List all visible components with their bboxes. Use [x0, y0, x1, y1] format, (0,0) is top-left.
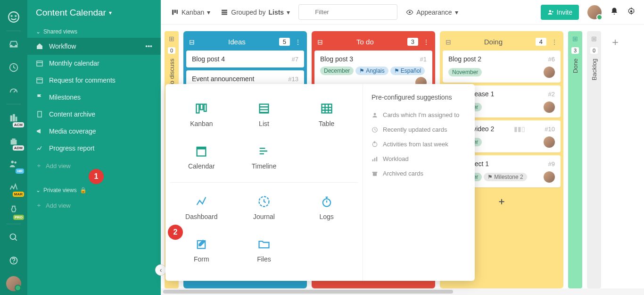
sidebar-item-workflow[interactable]: Workflow•••: [27, 38, 161, 55]
suggestion-archived[interactable]: Archived cards: [372, 166, 466, 181]
eye-icon: [406, 8, 413, 16]
svg-point-8: [14, 161, 17, 164]
svg-point-34: [374, 113, 376, 115]
svg-rect-12: [37, 61, 42, 66]
svg-rect-15: [172, 9, 173, 15]
sidebar-item-archive[interactable]: Content archive: [27, 106, 161, 123]
svg-rect-28: [322, 104, 331, 113]
assignee-avatar: [544, 101, 555, 113]
megaphone-icon: [36, 127, 43, 135]
grouped-by-selector[interactable]: Grouped by Lists▾: [219, 6, 292, 19]
invite-button[interactable]: Invite: [541, 5, 579, 20]
column-menu-icon[interactable]: ⋮: [551, 38, 558, 46]
card[interactable]: Blog post 2#6 November: [443, 51, 561, 83]
settings-icon[interactable]: [627, 7, 636, 17]
shared-views-section[interactable]: ⌄Shared views: [27, 25, 161, 38]
logo-icon[interactable]: [4, 8, 23, 26]
lock-icon: 🔒: [80, 187, 87, 194]
view-type-selector[interactable]: Kanban▾: [169, 6, 212, 19]
home-icon: [36, 42, 43, 50]
help-icon[interactable]: [4, 252, 23, 269]
expand-icon: ⊞: [169, 35, 174, 42]
svg-rect-13: [37, 78, 42, 83]
view-option-kanban[interactable]: Kanban: [170, 93, 233, 136]
filter-input[interactable]: [298, 4, 397, 20]
chevron-down-icon: ▾: [109, 9, 112, 16]
workspace-mar[interactable]: MAR: [4, 178, 23, 196]
sidebar-item-monthly-calendar[interactable]: Monthly calendar: [27, 55, 161, 72]
svg-rect-16: [174, 9, 176, 13]
collapse-column-icon[interactable]: ⊟: [446, 38, 451, 46]
private-views-section[interactable]: ⌄Private views 🔒: [27, 184, 161, 196]
kanban-icon: [171, 8, 179, 16]
view-option-table[interactable]: Table: [295, 93, 358, 136]
workspace-hr[interactable]: HR: [4, 155, 23, 173]
suggestion-activities[interactable]: Activities from last week: [372, 137, 466, 152]
column-menu-icon[interactable]: ⋮: [423, 38, 429, 46]
sidebar-item-progress[interactable]: Progress report: [27, 140, 161, 157]
collapsed-column-done[interactable]: ⊞ 3 Done: [568, 31, 582, 288]
column-title: To do: [323, 38, 407, 46]
workspace-acm[interactable]: ACM: [4, 109, 23, 126]
user-avatar-top[interactable]: [587, 5, 602, 19]
suggestion-recent[interactable]: Recently updated cards: [372, 122, 466, 137]
view-option-journal[interactable]: Journal: [233, 186, 296, 229]
workspace-pro[interactable]: PRO: [4, 202, 23, 219]
add-column-button[interactable]: ＋: [606, 31, 625, 288]
chart-icon: [36, 144, 43, 152]
svg-rect-14: [38, 111, 41, 117]
suggestion-workload[interactable]: Workload: [372, 152, 466, 166]
view-option-logs[interactable]: Logs: [295, 186, 358, 229]
column-count: 3: [407, 38, 418, 46]
svg-rect-18: [222, 9, 227, 11]
gauge-icon[interactable]: [4, 82, 23, 100]
assignee-avatar: [544, 67, 555, 78]
flag-icon: ⚑: [394, 67, 399, 74]
inbox-icon[interactable]: [4, 36, 23, 53]
collapse-sidebar-button[interactable]: ‹: [155, 264, 166, 276]
suggestion-assigned[interactable]: Cards which I'm assigned to: [372, 108, 466, 122]
workspace-adm[interactable]: ADM: [4, 132, 23, 150]
svg-rect-20: [222, 13, 227, 15]
notifications-icon[interactable]: [610, 7, 619, 17]
svg-point-22: [549, 10, 551, 12]
collapse-column-icon[interactable]: ⊟: [189, 38, 195, 46]
view-option-timeline[interactable]: Timeline: [233, 136, 296, 178]
plus-icon: ＋: [36, 161, 42, 170]
svg-rect-38: [376, 157, 377, 161]
horizontal-scrollbar[interactable]: [161, 288, 644, 295]
collapse-column-icon[interactable]: ⊟: [317, 38, 323, 46]
svg-point-21: [409, 11, 411, 13]
column-menu-icon[interactable]: ⋮: [295, 38, 301, 46]
svg-rect-25: [200, 104, 203, 110]
search-icon[interactable]: [4, 229, 23, 246]
sidebar-item-milestones[interactable]: Milestones: [27, 89, 161, 106]
svg-point-23: [630, 10, 633, 13]
appearance-selector[interactable]: Appearance▾: [404, 6, 460, 19]
more-icon[interactable]: •••: [145, 42, 152, 50]
view-option-dashboard[interactable]: Dashboard: [170, 186, 233, 229]
sidebar-item-media[interactable]: Media coverage: [27, 123, 161, 140]
clipboard-icon: [36, 110, 43, 118]
sidebar-item-rfc[interactable]: Request for comments: [27, 72, 161, 89]
clock-icon[interactable]: [4, 59, 23, 76]
board-title[interactable]: Content Calendar▾: [27, 0, 161, 25]
callout-1: 1: [89, 169, 104, 184]
svg-rect-4: [10, 115, 13, 121]
svg-rect-6: [16, 117, 17, 121]
view-option-calendar[interactable]: Calendar: [170, 136, 233, 178]
topbar: Kanban▾ Grouped by Lists▾ Appearance▾ In…: [161, 0, 644, 25]
svg-rect-40: [373, 173, 377, 176]
card[interactable]: Blog post 4#7: [186, 51, 304, 67]
expand-icon: ⊞: [591, 35, 597, 42]
filter-input-wrap: [298, 4, 397, 20]
svg-point-11: [13, 262, 14, 263]
add-view-private[interactable]: ＋Add view: [27, 196, 161, 214]
column-count: 4: [536, 38, 546, 46]
collapsed-column-backlog[interactable]: ⊞ 0 Backlog: [587, 31, 601, 288]
view-option-list[interactable]: List: [233, 93, 296, 136]
column-count: 5: [279, 38, 290, 46]
view-option-files[interactable]: Files: [233, 229, 296, 271]
user-avatar[interactable]: [4, 275, 23, 292]
calendar-icon: [36, 59, 43, 67]
